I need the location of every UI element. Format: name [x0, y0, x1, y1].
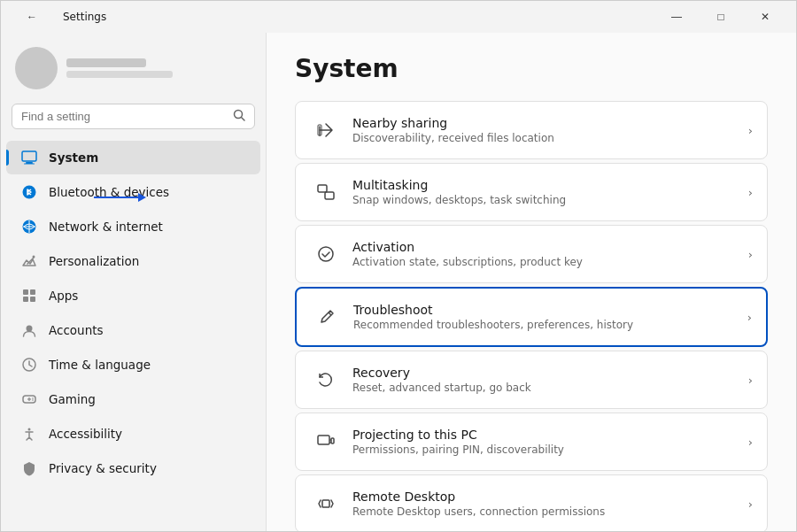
multitasking-icon [310, 176, 342, 208]
close-icon: ✕ [761, 11, 770, 23]
sidebar-item-privacy-label: Privacy & security [49, 461, 157, 475]
svg-rect-26 [318, 436, 329, 444]
settings-list: Nearby sharing Discoverability, received… [295, 101, 768, 531]
settings-item-troubleshoot[interactable]: Troubleshoot Recommended troubleshooters… [295, 287, 768, 347]
sidebar-profile [1, 33, 266, 96]
sidebar-item-privacy[interactable]: Privacy & security [6, 451, 260, 485]
settings-item-multitasking[interactable]: Multitasking Snap windows, desktops, tas… [295, 163, 768, 221]
nearby-sharing-title: Nearby sharing [352, 116, 741, 130]
network-icon [20, 218, 38, 235]
back-icon: ← [27, 11, 37, 23]
titlebar-left: ← Settings [12, 4, 106, 29]
sidebar-item-time[interactable]: Time & language [6, 348, 260, 382]
titlebar-controls: — □ ✕ [656, 4, 785, 29]
search-icon [233, 109, 245, 124]
nearby-sharing-text: Nearby sharing Discoverability, received… [352, 116, 741, 144]
personalization-icon [20, 252, 38, 270]
nearby-sharing-chevron: › [748, 124, 753, 137]
sidebar-item-apps[interactable]: Apps [6, 279, 260, 312]
sidebar-item-time-label: Time & language [49, 358, 151, 372]
page-title: System [295, 54, 768, 83]
profile-email [66, 71, 173, 78]
sidebar-nav: System Bluetooth & devices [1, 136, 266, 531]
svg-point-21 [28, 428, 31, 431]
maximize-button[interactable]: □ [700, 4, 741, 29]
svg-rect-11 [30, 289, 35, 295]
sidebar-item-accounts-label: Accounts [49, 323, 104, 337]
recovery-desc: Reset, advanced startup, go back [352, 382, 741, 394]
sidebar-item-personalization[interactable]: Personalization [6, 244, 260, 278]
close-button[interactable]: ✕ [745, 4, 785, 29]
multitasking-text: Multitasking Snap windows, desktops, tas… [352, 178, 741, 206]
projecting-chevron: › [748, 436, 753, 449]
svg-point-5 [23, 186, 36, 199]
svg-point-25 [319, 247, 333, 261]
sidebar-item-system-label: System [49, 150, 98, 165]
profile-info [66, 58, 173, 78]
sidebar-item-gaming[interactable]: Gaming [6, 382, 260, 416]
avatar [15, 47, 58, 89]
sidebar-item-accessibility[interactable]: Accessibility [6, 417, 260, 451]
svg-rect-2 [22, 151, 36, 161]
sidebar: System Bluetooth & devices [1, 33, 267, 531]
svg-rect-13 [30, 297, 35, 302]
recovery-icon [310, 364, 342, 396]
minimize-button[interactable]: — [656, 4, 697, 29]
nearby-sharing-desc: Discoverability, received files location [352, 132, 741, 144]
apps-icon [20, 287, 38, 305]
troubleshoot-text: Troubleshoot Recommended troubleshooters… [353, 303, 740, 331]
recovery-text: Recovery Reset, advanced startup, go bac… [352, 366, 741, 394]
sidebar-item-apps-label: Apps [49, 289, 78, 303]
svg-point-19 [32, 397, 34, 399]
titlebar-title: Settings [63, 11, 106, 23]
sidebar-item-accounts[interactable]: Accounts [6, 313, 260, 347]
projecting-text: Projecting to this PC Permissions, pairi… [352, 428, 741, 456]
troubleshoot-icon [311, 301, 343, 333]
recovery-title: Recovery [352, 366, 741, 380]
settings-item-nearby-sharing[interactable]: Nearby sharing Discoverability, received… [295, 101, 768, 159]
back-button[interactable]: ← [12, 4, 52, 29]
search-box[interactable] [12, 104, 255, 129]
remote-desktop-desc: Remote Desktop users, connection permiss… [352, 505, 741, 518]
settings-item-recovery[interactable]: Recovery Reset, advanced startup, go bac… [295, 351, 768, 409]
search-input[interactable] [21, 110, 228, 123]
gaming-icon [20, 390, 38, 408]
svg-line-1 [242, 118, 245, 121]
main-content: System Nearby sharing Discoverability, r… [267, 33, 796, 531]
nearby-sharing-icon [310, 114, 342, 146]
settings-item-activation[interactable]: Activation Activation state, subscriptio… [295, 225, 768, 283]
profile-name [66, 58, 146, 67]
svg-point-9 [33, 256, 35, 258]
time-icon [20, 356, 38, 374]
troubleshoot-title: Troubleshoot [353, 303, 740, 317]
minimize-icon: — [671, 11, 682, 23]
multitasking-chevron: › [748, 186, 753, 199]
svg-rect-23 [318, 185, 327, 192]
troubleshoot-desc: Recommended troubleshooters, preferences… [353, 319, 740, 331]
remote-desktop-icon [310, 488, 342, 520]
remote-desktop-title: Remote Desktop [352, 490, 741, 504]
remote-desktop-text: Remote Desktop Remote Desktop users, con… [352, 490, 741, 518]
accounts-icon [20, 321, 38, 339]
svg-rect-28 [322, 500, 329, 507]
multitasking-title: Multitasking [352, 178, 741, 192]
remote-desktop-chevron: › [748, 497, 753, 511]
svg-point-20 [32, 399, 34, 401]
svg-rect-27 [331, 438, 334, 443]
sidebar-item-gaming-label: Gaming [49, 392, 96, 406]
recovery-chevron: › [748, 374, 753, 387]
settings-item-remote-desktop[interactable]: Remote Desktop Remote Desktop users, con… [295, 474, 768, 531]
activation-icon [310, 238, 342, 270]
activation-text: Activation Activation state, subscriptio… [352, 240, 741, 268]
maximize-icon: □ [717, 11, 723, 23]
troubleshoot-chevron: › [747, 311, 752, 324]
svg-rect-4 [24, 164, 35, 165]
sidebar-item-system[interactable]: System [6, 141, 260, 174]
activation-chevron: › [748, 248, 753, 261]
settings-item-projecting[interactable]: Projecting to this PC Permissions, pairi… [295, 412, 768, 471]
sidebar-item-network[interactable]: Network & internet [6, 210, 260, 243]
sidebar-item-bluetooth[interactable]: Bluetooth & devices [6, 175, 260, 209]
bluetooth-icon [20, 183, 38, 201]
sidebar-item-bluetooth-label: Bluetooth & devices [49, 185, 169, 199]
sidebar-item-accessibility-label: Accessibility [49, 427, 122, 441]
